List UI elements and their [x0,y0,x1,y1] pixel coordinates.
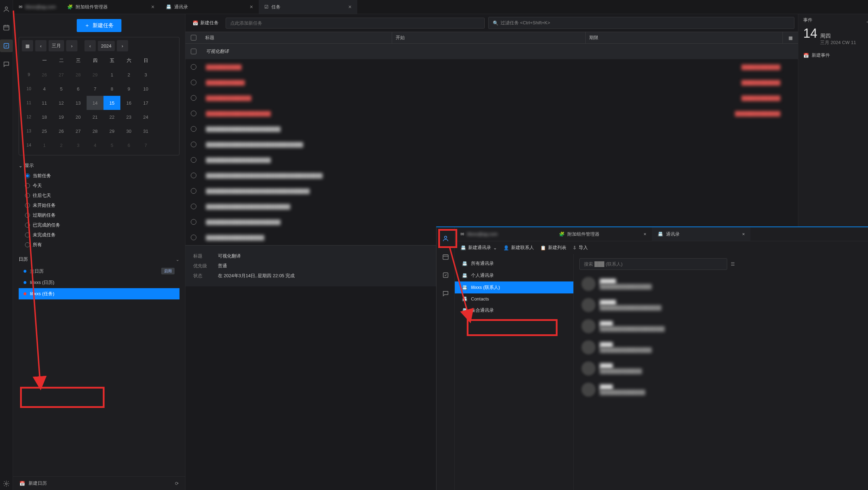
calendar-day[interactable]: 21 [87,110,103,124]
calendar-day[interactable]: 2 [120,68,137,82]
refresh-icon[interactable]: ⟳ [175,481,179,486]
col-title[interactable]: 标题 [202,32,392,43]
checkbox-icon[interactable] [191,173,196,178]
overlay-tab-addons[interactable]: 🧩附加组件管理器× [553,227,652,241]
calendar-day[interactable]: 31 [137,124,154,138]
checkbox-icon[interactable] [191,188,196,194]
addressbook-tree-item[interactable]: 📇集合通讯录 [455,304,573,316]
calendar-day[interactable]: 29 [87,68,103,82]
calendar-day[interactable]: 27 [70,124,87,138]
addressbook-tree-item[interactable]: 📇lilixxs (联系人) [455,281,573,293]
filter-tasks-input[interactable]: 🔍 过滤任务 <Ctrl+Shift+K> [488,17,794,29]
contact-row[interactable]: ████████████████████████ [579,316,862,337]
tasks-icon[interactable] [0,39,13,52]
contact-search-input[interactable] [579,258,727,270]
tab-tasks[interactable]: ☑ 任务 × [259,0,357,14]
contact-row[interactable]: ████████████████████ [579,337,862,358]
calendar-day[interactable]: 19 [53,110,70,124]
import-button[interactable]: ⇩导入 [573,244,588,251]
close-icon[interactable]: × [250,4,253,10]
overlay-tab-addressbook[interactable]: 📇通讯录× [652,227,750,241]
calendar-day[interactable]: 24 [137,110,154,124]
checkbox-icon[interactable] [191,235,196,240]
checkbox-icon[interactable] [191,126,196,132]
new-task-button[interactable]: ＋ 新建任务 [77,19,121,32]
tab-mail[interactable]: ✉ lilixxs@qq.com [13,0,62,14]
filter-option[interactable]: 已完成的任务 [19,220,180,230]
checkbox-icon[interactable] [191,95,196,101]
filter-option[interactable]: 未开始任务 [19,200,180,210]
calendar-day[interactable]: 29 [103,124,120,138]
calendar-day[interactable]: 14 [87,96,103,110]
checkbox-icon[interactable] [191,219,196,225]
prev-month-icon[interactable]: ‹ [35,40,46,51]
calendar-day[interactable]: 11 [36,96,53,110]
calendar-day[interactable]: 1 [36,138,53,152]
new-addressbook-button[interactable]: 📇新建通讯录⌄ [460,244,497,251]
calendar-day[interactable]: 9 [120,82,137,96]
calendar-day[interactable]: 3 [70,138,87,152]
select-all-checkbox[interactable] [185,32,202,43]
calendar-list-item[interactable]: 主日历启用 [19,265,180,277]
contact-row[interactable]: █████████████████ [579,358,862,379]
task-row[interactable]: ████████████████████████████████████ [185,168,798,183]
col-options-icon[interactable]: ▦ [782,32,798,43]
checkbox-icon[interactable] [191,111,196,116]
task-row[interactable]: ████████████████████████████████ [185,183,798,199]
checkbox-icon[interactable] [191,142,196,147]
task-group-row[interactable]: 可视化翻译 [185,44,798,59]
checkbox-icon[interactable] [191,157,196,163]
calendar-day[interactable]: 20 [70,110,87,124]
overlay-calendar-icon[interactable] [439,250,452,263]
next-month-icon[interactable]: › [66,40,77,51]
calendar-day[interactable]: 18 [36,110,53,124]
col-due[interactable]: 期限 [585,32,782,43]
calendar-list-item[interactable]: lilixxs (任务) [19,288,180,299]
calendar-day[interactable]: 13 [70,96,87,110]
calendar-day[interactable]: 7 [87,82,103,96]
contact-row[interactable]: ████████████████████████ [579,294,862,316]
tab-addressbook[interactable]: 📇 通讯录 × [160,0,259,14]
checkbox-icon[interactable] [191,80,196,85]
filter-option[interactable]: 今天 [19,181,180,191]
close-icon[interactable]: × [348,4,352,10]
calendar-day[interactable]: 23 [120,110,137,124]
tab-addons[interactable]: 🧩 附加组件管理器 × [62,0,160,14]
month-label[interactable]: 三月 [49,40,64,51]
new-list-button[interactable]: 📋新建列表 [540,244,566,251]
calendar-day[interactable]: 10 [137,82,154,96]
calendar-day[interactable]: 26 [36,68,53,82]
checkbox-icon[interactable] [191,64,196,70]
overlay-contacts-icon[interactable] [439,232,452,245]
chevron-left-icon[interactable]: ‹ [867,19,868,24]
close-icon[interactable]: × [742,231,745,237]
calendar-section[interactable]: 日历 ⌄ [19,253,180,265]
task-row[interactable]: ██████████████████████████████ [185,137,798,152]
calendar-day[interactable]: 27 [53,68,70,82]
task-row[interactable]: ███████████████████████ [185,121,798,137]
calendar-day[interactable]: 3 [137,68,154,82]
new-task-button-2[interactable]: 📅新建任务 [189,18,222,28]
calendar-day[interactable]: 4 [36,82,53,96]
calendar-day[interactable]: 6 [70,82,87,96]
calendar-day[interactable]: 12 [53,96,70,110]
contacts-icon[interactable] [0,3,13,15]
calendar-day[interactable]: 15 [103,96,120,110]
overlay-tasks-icon[interactable] [439,269,452,281]
filter-option[interactable]: 往后七天 [19,191,180,200]
calendar-day[interactable]: 4 [87,138,103,152]
contact-row[interactable]: █████████████████████ [579,273,862,294]
calendar-day[interactable]: 17 [137,96,154,110]
calendar-day[interactable]: 28 [70,68,87,82]
new-contact-button[interactable]: 👤新建联系人 [503,244,534,251]
overlay-tab-mail[interactable]: ✉lilixxs@qq.com [455,227,553,241]
calendar-day[interactable]: 8 [103,82,120,96]
close-icon[interactable]: × [643,231,646,237]
filter-option[interactable]: 未完成任务 [19,230,180,240]
task-row[interactable]: ███████████████████████ [185,59,798,75]
task-row[interactable]: ██████████████████████████████████ [185,106,798,121]
addressbook-tree-item[interactable]: 📇所有通讯录 [455,258,573,269]
filter-option[interactable]: 所有 [19,240,180,250]
settings-icon[interactable] [0,477,13,490]
addressbook-tree-item[interactable]: 📇个人通讯录 [455,269,573,281]
